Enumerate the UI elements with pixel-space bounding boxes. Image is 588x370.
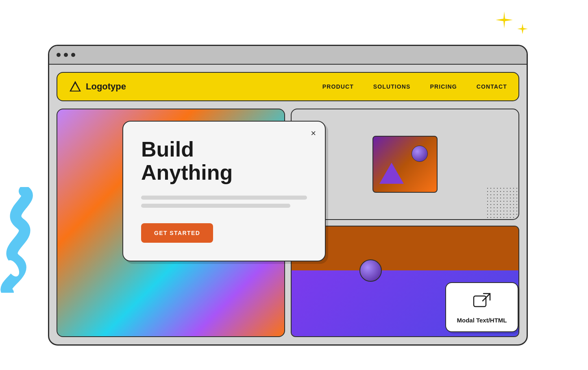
traffic-light-1 [57, 53, 61, 57]
art-thumbnail-inner [373, 137, 437, 192]
modal-dialog: × BuildAnything GET STARTED [122, 121, 326, 261]
squiggle-decoration [0, 187, 37, 293]
browser-window: Logotype PRODUCT SOLUTIONS PRICING CONTA… [48, 45, 528, 346]
nav-solutions[interactable]: SOLUTIONS [373, 83, 411, 90]
modal-html-label: Modal Text/HTML [453, 316, 510, 324]
logo-text: Logotype [86, 81, 126, 92]
nav-product[interactable]: PRODUCT [322, 83, 354, 90]
modal-title: BuildAnything [141, 138, 307, 184]
navbar: Logotype PRODUCT SOLUTIONS PRICING CONTA… [57, 72, 519, 101]
traffic-light-2 [64, 53, 68, 57]
art-thumbnail [372, 136, 438, 193]
browser-content: × BuildAnything GET STARTED Modal Text/H… [49, 101, 527, 344]
browser-titlebar [49, 46, 527, 65]
modal-html-card: Modal Text/HTML [445, 282, 518, 333]
modal-close-button[interactable]: × [311, 129, 316, 138]
dots-overlay [486, 187, 518, 219]
nav-links: PRODUCT SOLUTIONS PRICING CONTACT [322, 83, 507, 90]
svg-rect-3 [474, 296, 486, 307]
modal-text-line-2 [141, 204, 290, 208]
nav-pricing[interactable]: PRICING [430, 83, 457, 90]
nav-contact[interactable]: CONTACT [477, 83, 507, 90]
art-sphere [412, 146, 428, 162]
logo-icon [69, 80, 82, 93]
traffic-light-3 [71, 53, 75, 57]
art-triangle [379, 163, 404, 184]
nav-logo: Logotype [69, 80, 126, 93]
external-link-icon [473, 293, 491, 311]
sparkle-small-icon [517, 24, 528, 37]
get-started-button[interactable]: GET STARTED [141, 223, 213, 243]
modal-html-icon [472, 292, 492, 311]
modal-text-line-1 [141, 196, 307, 200]
sparkle-large-icon [496, 11, 513, 32]
